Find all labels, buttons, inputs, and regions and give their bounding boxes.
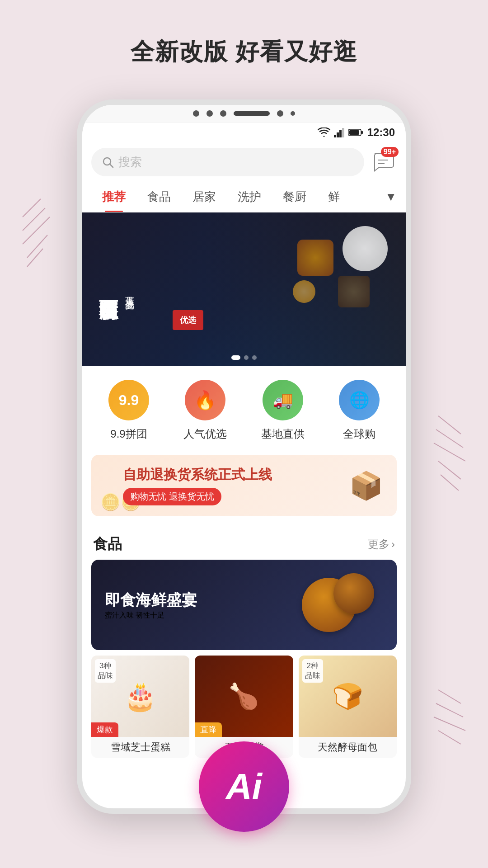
phone-frame: 12:30 搜索 99+ xyxy=(77,99,411,814)
quick-access: 9.9 9.9拼团 🔥 人气优选 🚚 基地直供 🌐 全球购 xyxy=(82,366,406,455)
status-icons xyxy=(318,127,363,137)
product-name-cake: 雪域芝士蛋糕 xyxy=(91,737,189,758)
promo-box-icon: 📦 xyxy=(349,470,383,502)
nav-tab-home[interactable]: 居家 xyxy=(182,182,227,212)
food-visual-right xyxy=(270,564,388,646)
qa-label-direct: 基地直供 xyxy=(261,427,305,441)
food-banner-subtitle: 蜜汁入味 韧性十足 xyxy=(105,611,197,620)
promo-text: 自助退换货系统正式上线 购物无忧 退换货无忧 xyxy=(123,466,272,505)
food-section: 食品 更多 › 即食海鲜盛宴 蜜汁入味 韧性十足 xyxy=(82,524,406,767)
svg-line-8 xyxy=(438,461,461,479)
speaker-bar xyxy=(234,111,270,116)
nav-tab-food[interactable]: 食品 xyxy=(136,182,182,212)
wifi-icon xyxy=(318,127,330,137)
dot4 xyxy=(277,110,283,117)
dot2 xyxy=(206,110,213,117)
svg-rect-20 xyxy=(349,130,359,135)
promo-sub-text: 购物无忧 退换货无忧 xyxy=(123,488,221,505)
deco-left xyxy=(14,190,59,282)
time-display: 12:30 xyxy=(367,126,395,139)
qa-icon-group: 9.9 xyxy=(108,380,149,420)
product-badge-hot: 爆款 xyxy=(91,722,118,737)
product-img-duck: 🍗 直降 xyxy=(195,656,293,737)
food-banner[interactable]: 即食海鲜盛宴 蜜汁入味 韧性十足 xyxy=(91,560,397,650)
svg-rect-15 xyxy=(337,132,339,137)
section-header: 食品 更多 › xyxy=(82,524,406,560)
search-bar: 搜索 99+ xyxy=(82,142,406,182)
qa-label-group: 9.9拼团 xyxy=(110,427,147,441)
nav-tab-kitchen[interactable]: 餐厨 xyxy=(272,182,317,212)
banner-left-content: 圆满中秋汇百香 月下佳人 岁岁品优选 xyxy=(82,212,150,366)
svg-line-10 xyxy=(438,690,461,703)
food-banner-title: 即食海鲜盛宴 xyxy=(105,590,197,611)
product-img-bread: 🍞 2种品味 xyxy=(299,656,397,737)
svg-line-2 xyxy=(23,217,50,244)
status-bar: 12:30 xyxy=(82,123,406,142)
svg-line-11 xyxy=(436,703,463,717)
nav-tab-wash[interactable]: 洗护 xyxy=(227,182,272,212)
qa-label-popular: 人气优选 xyxy=(183,427,227,441)
svg-rect-17 xyxy=(342,128,344,137)
qa-icon-global: 🌐 xyxy=(339,380,380,420)
banner-food-visual xyxy=(202,212,406,366)
search-input[interactable]: 搜索 xyxy=(91,148,364,176)
camera-dot xyxy=(193,110,199,117)
search-placeholder: 搜索 xyxy=(118,154,142,170)
section-more-btn[interactable]: 更多 › xyxy=(368,537,395,552)
promo-title: 自助退换货系统正式上线 xyxy=(123,466,272,484)
page-background: 全新改版 好看又好逛 xyxy=(0,0,488,868)
product-variety-bread: 2种品味 xyxy=(302,659,323,683)
banner-stamp: 优选 xyxy=(173,310,203,330)
product-variety-cake: 3种品味 xyxy=(95,659,116,683)
battery-icon xyxy=(348,128,363,137)
qa-item-popular[interactable]: 🔥 人气优选 xyxy=(183,380,227,441)
svg-line-0 xyxy=(23,199,41,217)
nav-tabs: 推荐 食品 居家 洗护 餐厨 鲜 ▼ xyxy=(82,182,406,212)
qa-item-group[interactable]: 9.9 9.9拼团 xyxy=(108,380,149,441)
product-card-cake[interactable]: 🎂 3种品味 爆款 雪域芝士蛋糕 xyxy=(91,656,189,758)
qa-label-global: 全球购 xyxy=(343,427,375,441)
svg-rect-14 xyxy=(334,135,336,137)
svg-line-5 xyxy=(438,416,461,434)
page-title: 全新改版 好看又好逛 xyxy=(0,0,488,68)
qa-icon-direct: 🚚 xyxy=(263,380,303,420)
banner-dot-1 xyxy=(231,355,240,360)
nav-more[interactable]: ▼ xyxy=(385,190,397,204)
notification-button[interactable]: 99+ xyxy=(370,149,397,176)
qa-item-global[interactable]: 🌐 全球购 xyxy=(339,380,380,441)
product-img-cake: 🎂 3种品味 爆款 xyxy=(91,656,189,737)
ai-label: Ai xyxy=(226,766,262,807)
qa-item-direct[interactable]: 🚚 基地直供 xyxy=(261,380,305,441)
svg-rect-16 xyxy=(339,130,342,137)
nav-tab-recommended[interactable]: 推荐 xyxy=(91,182,136,212)
nav-tab-fresh[interactable]: 鲜 xyxy=(317,182,351,212)
banner-main-title: 圆满中秋汇百香 xyxy=(96,285,121,293)
promo-sub: 购物无忧 退换货无忧 xyxy=(123,488,272,505)
banner-dots xyxy=(231,355,257,360)
deco-right xyxy=(429,407,474,499)
dot3 xyxy=(220,110,226,117)
section-title: 食品 xyxy=(93,534,122,554)
phone-hardware-bar xyxy=(82,105,406,123)
svg-line-13 xyxy=(438,731,461,744)
main-banner[interactable]: 圆满中秋汇百香 月下佳人 岁岁品优选 优选 xyxy=(82,212,406,366)
svg-line-7 xyxy=(434,443,465,461)
banner-dot-3 xyxy=(252,355,257,360)
product-card-bread[interactable]: 🍞 2种品味 天然酵母面包 xyxy=(299,656,397,758)
notification-badge: 99+ xyxy=(381,147,399,157)
search-icon xyxy=(102,156,114,168)
svg-line-12 xyxy=(434,717,465,731)
signal-icon xyxy=(334,127,345,137)
banner-dot-2 xyxy=(244,355,249,360)
dot5 xyxy=(291,111,295,116)
food-banner-text: 即食海鲜盛宴 蜜汁入味 韧性十足 xyxy=(105,590,197,620)
svg-line-4 xyxy=(27,249,43,267)
ai-bubble[interactable]: Ai xyxy=(199,741,289,832)
product-name-bread: 天然酵母面包 xyxy=(299,737,397,758)
product-badge-sale: 直降 xyxy=(195,722,222,737)
promo-banner[interactable]: 🪙🪙 自助退换货系统正式上线 购物无忧 退换货无忧 📦 xyxy=(91,455,397,516)
svg-line-3 xyxy=(27,235,47,258)
svg-line-6 xyxy=(436,429,463,448)
deco-right-bottom xyxy=(429,681,474,755)
chevron-right-icon: › xyxy=(391,538,395,551)
